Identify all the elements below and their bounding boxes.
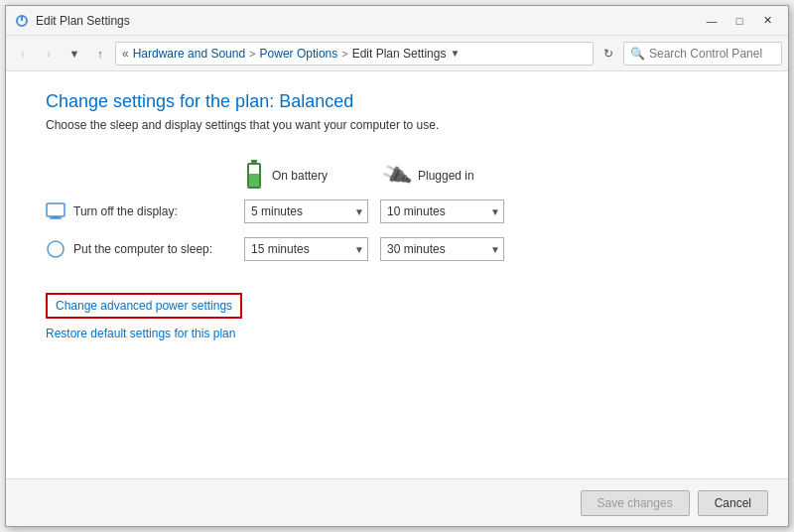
col-label-plugged: Plugged in	[418, 169, 474, 183]
sleep-plugged-select[interactable]: 30 minutes 1 minute 2 minutes 3 minutes …	[380, 237, 504, 261]
page-subtitle: Choose the sleep and display settings th…	[46, 118, 748, 132]
display-battery-dropdown-wrapper: 5 minutes 1 minute 2 minutes 3 minutes 1…	[244, 200, 368, 223]
window-title: Edit Plan Settings	[36, 14, 699, 28]
battery-icon	[244, 160, 264, 192]
display-battery-select[interactable]: 5 minutes 1 minute 2 minutes 3 minutes 1…	[244, 200, 368, 223]
display-icon	[46, 201, 66, 221]
col-header-plugged: 🔌 Plugged in	[383, 163, 522, 189]
row-label-display: Turn off the display:	[46, 201, 244, 221]
window-icon	[14, 13, 30, 29]
search-input[interactable]	[649, 47, 775, 61]
row-label-sleep: Put the computer to sleep:	[46, 239, 244, 259]
breadcrumb-item-hardware[interactable]: Hardware and Sound	[133, 47, 245, 61]
titlebar: Edit Plan Settings — □ ✕	[6, 6, 788, 36]
display-plugged-dropdown-wrapper: 10 minutes 1 minute 2 minutes 3 minutes …	[380, 200, 504, 223]
setting-row-display: Turn off the display: 5 minutes 1 minute…	[46, 200, 748, 223]
links-section: Change advanced power settings Restore d…	[46, 293, 748, 340]
col-header-battery: On battery	[244, 160, 383, 192]
restore-defaults-link[interactable]: Restore default settings for this plan	[46, 327, 748, 340]
sleep-battery-select[interactable]: 15 minutes 1 minute 2 minutes 3 minutes …	[244, 237, 368, 261]
maximize-button[interactable]: □	[727, 11, 752, 31]
cancel-button[interactable]: Cancel	[698, 490, 768, 516]
footer: Save changes Cancel	[6, 478, 788, 526]
setting-row-sleep: Put the computer to sleep: 15 minutes 1 …	[46, 237, 748, 261]
svg-rect-2	[47, 203, 65, 216]
recent-locations-button[interactable]: ▼	[64, 43, 85, 65]
back-button[interactable]: ‹	[12, 43, 34, 65]
col-label-battery: On battery	[272, 169, 328, 183]
forward-button[interactable]: ›	[38, 43, 60, 65]
sleep-label: Put the computer to sleep:	[73, 242, 212, 256]
window-controls: — □ ✕	[699, 11, 780, 31]
sleep-plugged-dropdown-wrapper: 30 minutes 1 minute 2 minutes 3 minutes …	[380, 237, 504, 261]
main-content: Change settings for the plan: Balanced C…	[6, 71, 788, 478]
breadcrumb-item-power[interactable]: Power Options	[260, 47, 338, 61]
display-plugged-select[interactable]: 10 minutes 1 minute 2 minutes 3 minutes …	[380, 200, 504, 223]
sleep-battery-dropdown-wrapper: 15 minutes 1 minute 2 minutes 3 minutes …	[244, 237, 368, 261]
settings-grid: Turn off the display: 5 minutes 1 minute…	[46, 200, 748, 275]
main-window: Edit Plan Settings — □ ✕ ‹ › ▼ ↑ « Hardw…	[5, 5, 789, 527]
display-label: Turn off the display:	[73, 204, 178, 218]
search-bar: 🔍	[623, 42, 782, 66]
addressbar: ‹ › ▼ ↑ « Hardware and Sound > Power Opt…	[6, 36, 788, 71]
up-button[interactable]: ↑	[89, 43, 111, 65]
breadcrumb-sep-2: >	[341, 48, 347, 60]
plug-icon: 🔌	[379, 159, 413, 193]
svg-point-5	[48, 241, 64, 257]
minimize-button[interactable]: —	[699, 11, 725, 31]
sleep-icon	[46, 239, 66, 259]
close-button[interactable]: ✕	[754, 11, 780, 31]
breadcrumb-sep-1: >	[249, 48, 255, 60]
column-headers: On battery 🔌 Plugged in	[244, 160, 748, 192]
refresh-button[interactable]: ↻	[597, 43, 619, 65]
breadcrumb-current: Edit Plan Settings	[352, 47, 447, 61]
advanced-power-settings-link[interactable]: Change advanced power settings	[46, 293, 242, 319]
page-title: Change settings for the plan: Balanced	[46, 91, 748, 112]
breadcrumb-home[interactable]: «	[122, 47, 129, 61]
breadcrumb: « Hardware and Sound > Power Options > E…	[115, 42, 594, 66]
search-icon: 🔍	[630, 47, 645, 61]
breadcrumb-dropdown-icon[interactable]: ▼	[450, 48, 460, 59]
save-changes-button[interactable]: Save changes	[581, 490, 690, 516]
